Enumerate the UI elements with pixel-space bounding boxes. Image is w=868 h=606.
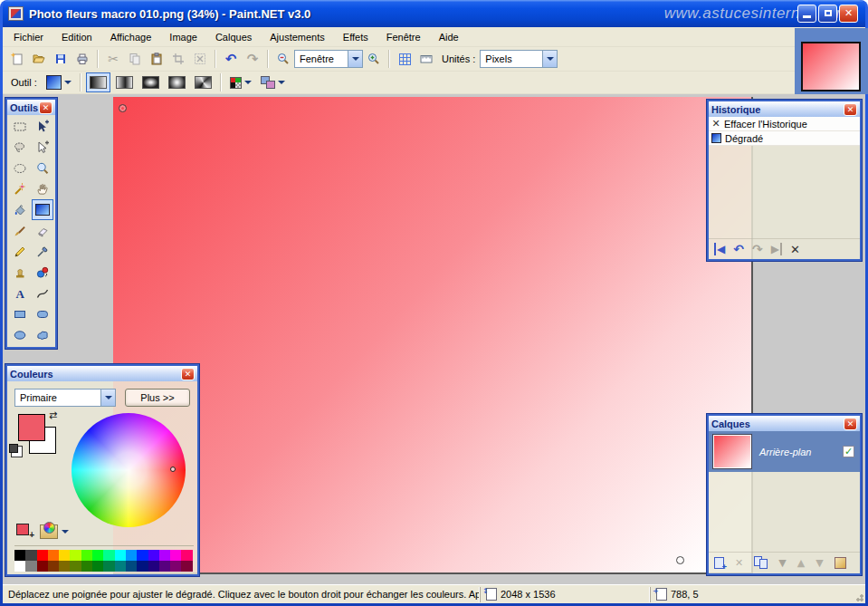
palette-swatch[interactable] — [181, 561, 192, 572]
tool-recolor[interactable] — [32, 262, 53, 283]
history-delete-button[interactable]: ✕ — [790, 243, 800, 256]
tool-eraser[interactable] — [32, 220, 53, 241]
tool-freeform-shape[interactable] — [32, 324, 53, 345]
palette-swatch[interactable] — [92, 561, 103, 572]
palette-swatch[interactable] — [48, 550, 59, 561]
tools-panel-close-button[interactable]: ✕ — [39, 101, 52, 114]
tool-move-selection[interactable] — [32, 137, 53, 158]
palette-swatch[interactable] — [14, 550, 25, 561]
history-item-gradient[interactable]: Dégradé — [709, 131, 860, 146]
menu-fichier[interactable]: Fichier — [5, 28, 52, 46]
tool-line-curve[interactable] — [32, 283, 53, 303]
cut-button[interactable]: ✂ — [102, 49, 124, 69]
menu-affichage[interactable]: Affichage — [101, 28, 161, 46]
color-wheel-marker[interactable] — [170, 467, 176, 472]
gradient-conical-button[interactable] — [191, 72, 215, 92]
gradient-radial-button[interactable] — [165, 72, 189, 92]
palette-swatch[interactable] — [92, 550, 103, 561]
tool-color-picker[interactable] — [32, 241, 53, 262]
palette-swatch[interactable] — [137, 561, 148, 572]
deselect-button[interactable] — [189, 49, 211, 69]
gradient-diamond-button[interactable] — [138, 72, 163, 92]
palette-swatch[interactable] — [81, 550, 92, 561]
chevron-down-icon[interactable] — [62, 530, 69, 534]
menu-image[interactable]: Image — [160, 28, 206, 46]
palette-swatch[interactable] — [14, 561, 25, 572]
reset-colors-icon[interactable] — [11, 446, 23, 457]
history-redo-button[interactable]: ↷ — [752, 242, 763, 256]
add-color-button[interactable]: + — [16, 524, 34, 540]
history-rewind-button[interactable]: ◀ — [714, 243, 725, 255]
history-undo-button[interactable]: ↶ — [733, 242, 744, 256]
menu-calques[interactable]: Calques — [206, 28, 261, 46]
ruler-toggle-button[interactable] — [415, 49, 437, 69]
menu-ajustements[interactable]: Ajustements — [261, 28, 334, 46]
paste-button[interactable] — [146, 49, 167, 69]
colors-panel-titlebar[interactable]: Couleurs ✕ — [7, 366, 197, 381]
tool-paintbrush[interactable] — [9, 220, 31, 241]
palette-swatch[interactable] — [170, 561, 181, 572]
tool-ellipse-shape[interactable] — [9, 324, 31, 345]
new-button[interactable] — [6, 49, 28, 69]
merge-layer-down-button[interactable]: ▼ — [778, 557, 786, 569]
open-button[interactable] — [28, 49, 50, 69]
palette-swatch[interactable] — [137, 550, 148, 561]
palette-swatch[interactable] — [48, 561, 59, 572]
color-mode-button[interactable] — [225, 74, 256, 91]
palette-swatch[interactable] — [25, 550, 36, 561]
colors-panel-close-button[interactable]: ✕ — [181, 368, 195, 380]
gradient-start-handle[interactable] — [119, 104, 127, 112]
blend-mode-button[interactable] — [256, 73, 290, 91]
move-layer-down-button[interactable]: ▼ — [816, 557, 823, 569]
layer-visibility-checkbox[interactable]: ✓ — [843, 446, 854, 457]
palette-swatch[interactable] — [159, 550, 170, 561]
color-wheel[interactable] — [72, 413, 186, 527]
tool-rectangle-shape[interactable] — [9, 303, 31, 324]
title-bar[interactable]: Photo fleurs macro 010.png (34%) - Paint… — [3, 0, 865, 27]
move-layer-up-button[interactable]: ▲ — [797, 557, 805, 569]
menu-edition[interactable]: Edition — [52, 28, 101, 46]
tool-text[interactable]: A — [9, 283, 31, 303]
history-panel-close-button[interactable]: ✕ — [844, 103, 857, 116]
palette-swatch[interactable] — [148, 561, 159, 572]
tools-panel-titlebar[interactable]: Outils ✕ — [7, 100, 55, 115]
tool-ellipse-select[interactable] — [9, 158, 31, 178]
palette-swatch[interactable] — [25, 561, 36, 572]
palette-swatch[interactable] — [159, 561, 170, 572]
layers-panel-titlebar[interactable]: Calques ✕ — [709, 416, 860, 431]
gradient-linear-button[interactable] — [86, 72, 110, 92]
tool-clone-stamp[interactable] — [9, 262, 31, 283]
color-mode-select[interactable]: Primaire — [14, 389, 116, 407]
palette-swatch[interactable] — [103, 550, 114, 561]
dropdown-button[interactable] — [542, 51, 557, 67]
crop-button[interactable] — [167, 49, 189, 69]
palette-swatch[interactable] — [81, 561, 92, 572]
tool-move-pixels[interactable] — [32, 116, 53, 137]
dropdown-button[interactable] — [348, 51, 362, 67]
palette-swatch[interactable] — [37, 550, 48, 561]
dropdown-button[interactable] — [100, 390, 115, 406]
history-panel-titlebar[interactable]: Historique ✕ — [709, 101, 860, 117]
palette-menu-icon[interactable] — [40, 524, 58, 539]
minimize-button[interactable] — [797, 5, 816, 23]
palette-swatch[interactable] — [126, 561, 137, 572]
palette-swatch[interactable] — [181, 550, 192, 561]
zoom-level-select[interactable]: Fenêtre — [294, 50, 363, 68]
redo-button[interactable]: ↷ — [242, 49, 263, 69]
tool-rectangle-select[interactable] — [9, 116, 31, 137]
grid-toggle-button[interactable] — [394, 49, 415, 69]
palette-swatch[interactable] — [37, 561, 48, 572]
gradient-end-handle[interactable] — [676, 556, 684, 564]
history-fastforward-button[interactable]: ▶ — [771, 243, 782, 255]
palette-swatch[interactable] — [148, 550, 159, 561]
layer-properties-button[interactable] — [835, 557, 846, 569]
add-layer-button[interactable]: + — [714, 557, 724, 569]
zoom-in-button[interactable] — [363, 49, 385, 69]
undo-button[interactable]: ↶ — [220, 49, 242, 69]
tool-pan[interactable] — [32, 178, 53, 199]
palette-swatch[interactable] — [126, 550, 137, 561]
save-button[interactable] — [50, 49, 72, 69]
duplicate-layer-button[interactable] — [754, 556, 768, 569]
palette-swatch[interactable] — [103, 561, 114, 572]
more-colors-button[interactable]: Plus >> — [125, 389, 190, 407]
